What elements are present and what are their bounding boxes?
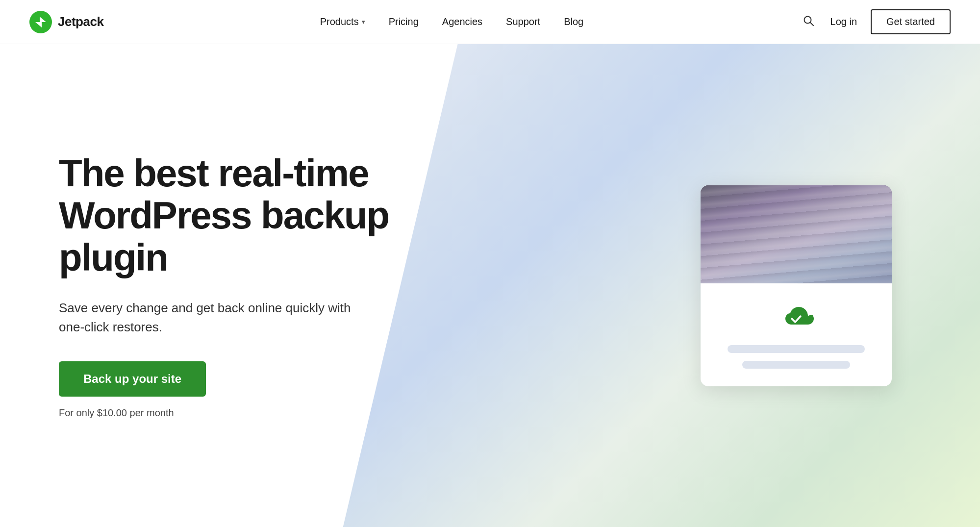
search-button[interactable] xyxy=(800,12,817,32)
cta-backup-button[interactable]: Back up your site xyxy=(59,361,206,397)
header: Jetpack Products ▾ Pricing Agencies Supp… xyxy=(0,0,980,44)
svg-line-2 xyxy=(810,23,813,25)
header-actions: Log in Get started xyxy=(800,9,951,34)
get-started-button[interactable]: Get started xyxy=(871,9,951,34)
hero-subtitle: Save every change and get back online qu… xyxy=(59,299,363,337)
login-button[interactable]: Log in xyxy=(830,16,857,27)
nav-pricing[interactable]: Pricing xyxy=(380,12,427,31)
hero-section: The best real-time WordPress backup plug… xyxy=(0,44,980,527)
nav-products[interactable]: Products ▾ xyxy=(311,12,374,31)
nav-blog[interactable]: Blog xyxy=(555,12,592,31)
main-nav: Products ▾ Pricing Agencies Support Blog xyxy=(311,12,592,31)
backup-card xyxy=(701,185,892,386)
hero-card-area xyxy=(701,185,892,386)
price-note: For only $10.00 per month xyxy=(59,407,174,418)
card-body xyxy=(701,283,892,386)
hero-content: The best real-time WordPress backup plug… xyxy=(0,113,441,457)
card-line-1 xyxy=(728,345,865,353)
hero-title: The best real-time WordPress backup plug… xyxy=(59,152,412,278)
logo-text: Jetpack xyxy=(58,14,103,29)
products-chevron-icon: ▾ xyxy=(362,18,365,25)
nav-agencies[interactable]: Agencies xyxy=(433,12,491,31)
logo[interactable]: Jetpack xyxy=(29,11,103,33)
cloud-check-icon xyxy=(777,303,815,333)
search-icon xyxy=(803,15,814,26)
jetpack-logo-icon xyxy=(29,11,52,33)
card-image xyxy=(701,185,892,283)
nav-support[interactable]: Support xyxy=(497,12,549,31)
card-line-2 xyxy=(742,361,850,369)
card-image-inner xyxy=(701,185,892,283)
